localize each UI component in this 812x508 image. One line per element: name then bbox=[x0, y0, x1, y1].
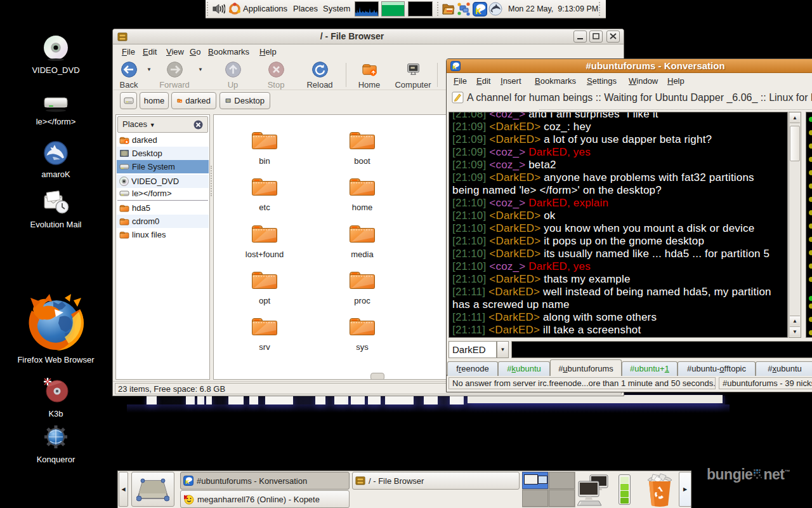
svg-text:K: K bbox=[185, 479, 190, 485]
svg-text:K: K bbox=[475, 6, 481, 16]
